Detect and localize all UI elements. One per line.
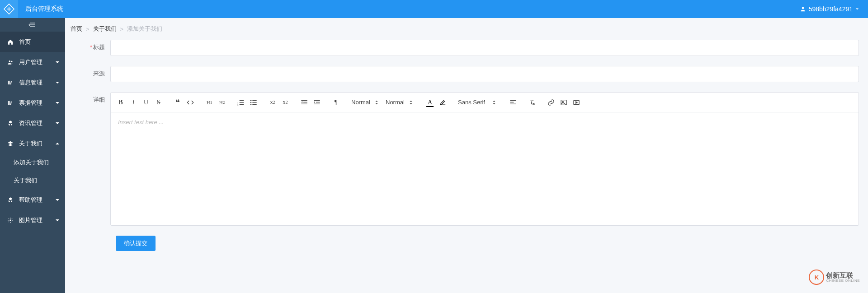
gear-icon [7,217,14,223]
outdent-button[interactable] [298,96,311,109]
code-icon [187,99,194,106]
chevron-down-icon [55,101,60,105]
sidebar-item-label: 帮助管理 [19,196,55,204]
ordered-list-button[interactable]: 123 [235,96,247,109]
sidebar-collapse-button[interactable] [0,18,65,32]
layers-icon [7,140,14,147]
breadcrumb-current: 添加关于我们 [127,25,162,33]
title-input[interactable] [110,40,859,56]
superscript-button[interactable]: x2 [279,96,292,109]
system-name: 后台管理系统 [25,5,63,13]
form-label-detail: 详细 [74,92,110,104]
sidebar-subitem-about[interactable]: 关于我们 [0,172,65,190]
cubes-icon [7,120,14,126]
breadcrumb-sep: > [120,26,124,33]
svg-rect-23 [252,102,256,102]
logo-icon [4,4,14,14]
sidebar-submenu-about: 添加关于我们 关于我们 [0,153,65,190]
clear-format-button[interactable] [526,96,538,109]
svg-rect-31 [314,103,320,104]
indent-button[interactable] [311,96,323,109]
ordered-list-icon: 123 [237,99,245,106]
header-select[interactable]: Normal [383,99,417,106]
subscript-button[interactable]: x2 [266,96,279,109]
chevron-down-icon [55,60,60,65]
svg-rect-7 [8,80,9,84]
form-row-title: *标题 [74,40,859,56]
home-icon [7,39,14,45]
books-icon [7,100,14,106]
sidebar-item-ticket-manage[interactable]: 票据管理 [0,93,65,113]
sidebar-item-label: 首页 [19,38,60,46]
color-underline [426,106,434,107]
header1-button[interactable]: H1 [203,96,216,109]
sidebar-item-image-manage[interactable]: 图片管理 [0,210,65,230]
outdent-icon [301,99,308,106]
highlight-icon [439,99,446,106]
svg-point-20 [250,100,252,101]
font-select[interactable]: Sans Serif [455,99,500,106]
indent-icon [313,99,321,106]
svg-rect-27 [303,102,307,102]
main-content: 首页 > 关于我们 > 添加关于我们 *标题 来源 详细 B I U [65,18,868,293]
bullet-list-button[interactable] [247,96,260,109]
underline-button[interactable]: U [140,96,152,109]
cubes-icon [7,197,14,203]
bold-button[interactable]: B [114,96,127,109]
blockquote-button[interactable]: ❝ [171,96,184,109]
sidebar-subitem-add-about[interactable]: 添加关于我们 [0,153,65,172]
sidebar-item-info-manage[interactable]: 信息管理 [0,72,65,93]
form-row-source: 来源 [74,66,859,82]
rich-editor: B I U S ❝ H1 H2 123 x2 [110,92,859,226]
svg-rect-25 [252,104,256,105]
form: *标题 来源 详细 B I U S ❝ [65,40,868,256]
sidebar-item-help-manage[interactable]: 帮助管理 [0,190,65,210]
bullet-list-icon [250,99,257,106]
sidebar: 首页 用户管理 信息管理 票据管理 资讯管理 关于我们 添加关于我们 关于我们 … [0,18,65,293]
text-color-button[interactable]: A [424,96,436,109]
svg-rect-26 [301,100,307,100]
collapse-icon [28,22,37,28]
align-icon [509,99,517,106]
svg-rect-10 [8,101,9,104]
svg-rect-19 [240,104,244,105]
codeblock-button[interactable] [184,96,197,109]
sidebar-item-home[interactable]: 首页 [0,32,65,52]
clear-format-icon [528,99,536,106]
breadcrumb-item[interactable]: 首页 [71,25,82,33]
video-button[interactable] [570,96,583,109]
italic-button[interactable]: I [127,96,140,109]
source-input[interactable] [110,66,859,82]
breadcrumb-item[interactable]: 关于我们 [93,25,117,33]
align-button[interactable] [507,96,519,109]
user-menu[interactable]: 598bb29fa4291 [800,5,859,13]
books-icon [7,79,14,86]
sidebar-item-news-manage[interactable]: 资讯管理 [0,113,65,133]
sidebar-item-label: 关于我们 [19,140,55,148]
direction-button[interactable]: ¶ [330,96,342,109]
link-icon [547,99,555,106]
link-button[interactable] [545,96,557,109]
svg-rect-29 [314,100,320,100]
image-button[interactable] [557,96,570,109]
svg-rect-9 [10,81,12,84]
bg-color-button[interactable] [436,96,449,109]
submit-button[interactable]: 确认提交 [116,236,156,251]
svg-point-5 [9,60,11,62]
sidebar-item-about-us[interactable]: 关于我们 [0,133,65,153]
form-row-submit: 确认提交 [74,236,859,251]
watermark-logo-icon: K [809,270,824,285]
sidebar-subitem-label: 添加关于我们 [14,158,49,167]
updown-icon [375,100,378,105]
sidebar-item-user-manage[interactable]: 用户管理 [0,52,65,72]
watermark-sub: CHINESE ONLINE [826,279,860,283]
size-select[interactable]: Normal [349,99,383,106]
user-icon [800,6,806,12]
strike-button[interactable]: S [152,96,165,109]
editor-body[interactable]: Insert text here ... [111,112,859,223]
header2-button[interactable]: H2 [216,96,228,109]
svg-rect-8 [9,80,10,84]
sidebar-item-label: 信息管理 [19,79,55,87]
chevron-down-icon [55,121,60,126]
svg-point-22 [250,102,252,103]
